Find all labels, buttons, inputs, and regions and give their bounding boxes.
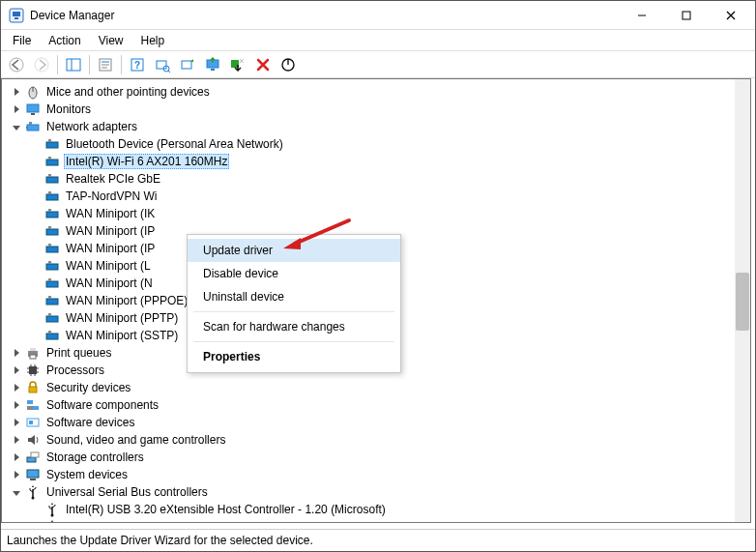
network-adapter-icon xyxy=(25,119,41,134)
enable-toolbar-button[interactable] xyxy=(276,53,300,76)
tree-item-tap-nordvpn[interactable]: TAP-NordVPN Wi xyxy=(4,188,735,205)
show-hide-tree-button[interactable] xyxy=(62,53,85,76)
tree-label: Bluetooth Device (Personal Area Network) xyxy=(64,137,285,151)
network-adapter-icon xyxy=(44,328,60,343)
back-button[interactable] xyxy=(5,53,28,76)
menu-file[interactable]: File xyxy=(5,32,39,49)
chevron-down-icon[interactable] xyxy=(10,120,23,133)
tree-label: Realtek PCIe GbE xyxy=(64,172,162,186)
disable-icon xyxy=(230,57,246,73)
svg-rect-9 xyxy=(67,59,80,71)
properties-toolbar-button[interactable] xyxy=(94,53,117,76)
chevron-right-icon[interactable] xyxy=(10,85,23,99)
maximize-button[interactable] xyxy=(664,1,709,30)
window-title: Device Manager xyxy=(30,9,114,22)
tree-label: WAN Miniport (L xyxy=(64,259,153,273)
scan-hardware-toolbar-button[interactable] xyxy=(151,53,174,76)
network-adapter-icon xyxy=(44,310,60,326)
chevron-right-icon[interactable] xyxy=(10,102,23,116)
svg-rect-59 xyxy=(29,366,37,374)
help-toolbar-button[interactable]: ? xyxy=(126,53,149,76)
svg-rect-39 xyxy=(48,191,51,194)
tree-item-wan-miniport[interactable]: WAN Miniport (IK xyxy=(4,205,735,222)
tree-label: Security devices xyxy=(44,381,132,394)
titlebar: Device Manager xyxy=(1,1,755,30)
svg-rect-43 xyxy=(48,226,51,229)
software-component-icon xyxy=(25,397,41,413)
svg-rect-50 xyxy=(46,299,58,305)
menu-action[interactable]: Action xyxy=(41,32,88,49)
scrollbar-thumb[interactable] xyxy=(736,273,749,331)
svg-rect-17 xyxy=(157,61,166,69)
svg-rect-48 xyxy=(46,281,58,287)
tree-category-usb[interactable]: Universal Serial Bus controllers xyxy=(4,483,735,501)
chevron-right-icon[interactable] xyxy=(10,468,23,481)
speaker-icon xyxy=(25,432,41,448)
menu-help[interactable]: Help xyxy=(133,32,173,49)
svg-rect-1 xyxy=(13,12,20,16)
tree-category-software-components[interactable]: Software components xyxy=(4,396,735,414)
printer-icon xyxy=(25,345,41,361)
disable-toolbar-button[interactable] xyxy=(226,53,249,76)
statusbar: Launches the Update Driver Wizard for th… xyxy=(1,530,755,551)
chevron-right-icon[interactable] xyxy=(10,398,23,412)
tree-category-security[interactable]: Security devices xyxy=(4,379,735,396)
tree-label: Intel(R) Wi-Fi 6 AX201 160MHz xyxy=(64,154,229,169)
tree-item-intel-wifi[interactable]: Intel(R) Wi-Fi 6 AX201 160MHz xyxy=(4,153,735,170)
forward-icon xyxy=(34,57,49,73)
svg-rect-29 xyxy=(27,125,39,131)
menu-view[interactable]: View xyxy=(91,32,131,49)
tree-label: WAN Miniport (SSTP) xyxy=(64,329,180,342)
scrollbar[interactable] xyxy=(735,79,750,522)
monitor-up-icon xyxy=(205,57,220,73)
svg-point-79 xyxy=(51,514,54,517)
forward-button[interactable] xyxy=(30,53,53,76)
app-icon xyxy=(9,8,24,23)
svg-rect-27 xyxy=(27,104,39,112)
update-toolbar-button[interactable] xyxy=(201,53,224,76)
svg-rect-71 xyxy=(27,406,33,410)
uninstall-toolbar-button[interactable] xyxy=(251,53,275,76)
properties-icon xyxy=(98,57,113,73)
context-properties[interactable]: Properties xyxy=(188,345,400,368)
chevron-right-icon[interactable] xyxy=(10,433,23,447)
chevron-right-icon[interactable] xyxy=(10,363,23,377)
svg-rect-54 xyxy=(46,334,58,339)
tree-category-mice[interactable]: Mice and other pointing devices xyxy=(4,83,735,101)
device-manager-window: Device Manager File Action View Help ? xyxy=(0,0,756,552)
svg-rect-51 xyxy=(48,296,51,299)
chevron-down-icon[interactable] xyxy=(10,485,23,499)
tree-category-software-devices[interactable]: Software devices xyxy=(4,414,735,431)
minimize-button[interactable] xyxy=(620,1,664,30)
context-scan-hardware[interactable]: Scan for hardware changes xyxy=(188,315,400,338)
chevron-right-icon[interactable] xyxy=(10,346,23,360)
context-uninstall-device[interactable]: Uninstall device xyxy=(188,285,400,308)
network-adapter-icon xyxy=(44,223,60,239)
chevron-right-icon[interactable] xyxy=(10,416,23,429)
tree-label: WAN Miniport (IP xyxy=(64,224,157,238)
svg-rect-53 xyxy=(48,313,51,316)
context-disable-device[interactable]: Disable device xyxy=(188,262,400,285)
chevron-right-icon[interactable] xyxy=(10,450,23,464)
tree-label: Network adapters xyxy=(44,120,139,133)
network-adapter-icon xyxy=(44,241,60,256)
tree-category-storage[interactable]: Storage controllers xyxy=(4,449,735,466)
tree-item-usb-composite[interactable]: USB Composite Device xyxy=(4,518,735,522)
close-button[interactable] xyxy=(709,1,753,30)
update-driver-toolbar-button[interactable] xyxy=(176,53,199,76)
tree-item-realtek[interactable]: Realtek PCIe GbE xyxy=(4,170,735,188)
tree-item-usb-xhci[interactable]: Intel(R) USB 3.20 eXtensible Host Contro… xyxy=(4,501,735,518)
tree-category-monitors[interactable]: Monitors xyxy=(4,101,735,118)
tree-category-network[interactable]: Network adapters xyxy=(4,118,735,135)
tree-item-bluetooth-pan[interactable]: Bluetooth Device (Personal Area Network) xyxy=(4,135,735,153)
tree-label: Software components xyxy=(44,398,160,412)
svg-rect-35 xyxy=(48,157,51,160)
scan-icon xyxy=(155,57,170,73)
tree-label: TAP-NordVPN Wi xyxy=(64,189,159,203)
pane-icon xyxy=(66,57,81,73)
chevron-right-icon[interactable] xyxy=(10,381,23,394)
svg-rect-52 xyxy=(46,316,58,322)
tree-category-sound[interactable]: Sound, video and game controllers xyxy=(4,431,735,449)
context-update-driver[interactable]: Update driver xyxy=(188,239,400,262)
tree-category-system[interactable]: System devices xyxy=(4,466,735,483)
